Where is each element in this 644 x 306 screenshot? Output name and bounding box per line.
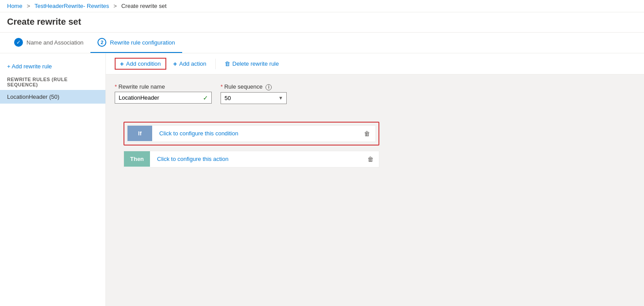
- rule-sequence-required-marker: *: [221, 83, 223, 90]
- rule-sequence-select[interactable]: 50: [221, 92, 287, 104]
- tab-rewrite-rule-config[interactable]: 2 Rewrite rule configuration: [90, 33, 182, 53]
- tabs-bar: ✓ Name and Association 2 Rewrite rule co…: [0, 33, 644, 53]
- action-row: Then Click to configure this action 🗑: [124, 151, 379, 168]
- action-delete-button[interactable]: 🗑: [362, 151, 379, 167]
- content-area: + Add condition + Add action 🗑 Delete re…: [106, 53, 644, 306]
- rule-name-check-icon: ✓: [203, 94, 208, 101]
- plus-icon-action: +: [173, 60, 177, 67]
- rule-name-field: * Rewrite rule name ✓: [115, 83, 212, 104]
- breadcrumb-rewrite[interactable]: TestHeaderRewrite- Rewrites: [34, 3, 109, 9]
- trash-icon-condition: 🗑: [364, 130, 370, 137]
- sidebar-rule-item[interactable]: LocationHeader (50): [0, 90, 105, 104]
- plus-icon: +: [120, 60, 124, 67]
- toolbar-separator: [215, 59, 216, 69]
- add-action-label: Add action: [179, 60, 206, 67]
- add-condition-button[interactable]: + Add condition: [115, 58, 166, 70]
- condition-row: If Click to configure this condition 🗑: [127, 125, 376, 142]
- action-configure-link[interactable]: Click to configure this action: [150, 151, 362, 167]
- breadcrumb-sep2: >: [113, 3, 117, 9]
- delete-rewrite-rule-button[interactable]: 🗑 Delete rewrite rule: [219, 58, 285, 69]
- tab-check-icon: ✓: [14, 38, 23, 47]
- sidebar: + Add rewrite rule REWRITE RULES (RULE S…: [0, 53, 106, 306]
- breadcrumb-home[interactable]: Home: [7, 3, 22, 9]
- add-rewrite-rule-button[interactable]: + Add rewrite rule: [0, 60, 105, 72]
- rule-name-label: * Rewrite rule name: [115, 83, 212, 90]
- sidebar-section-title: REWRITE RULES (RULE SEQUENCE): [0, 72, 105, 90]
- toolbar: + Add condition + Add action 🗑 Delete re…: [106, 53, 644, 75]
- condition-configure-link[interactable]: Click to configure this condition: [152, 126, 359, 141]
- rule-sequence-label-text: Rule sequence: [224, 83, 262, 90]
- rule-sequence-label: * Rule sequence i: [221, 83, 287, 90]
- then-badge: Then: [124, 151, 150, 167]
- tab-name-association[interactable]: ✓ Name and Association: [7, 33, 90, 53]
- tab-name-association-label: Name and Association: [26, 39, 83, 46]
- condition-area: If Click to configure this condition 🗑 T…: [106, 113, 644, 176]
- rule-name-required-marker: *: [115, 83, 117, 90]
- add-condition-label: Add condition: [126, 60, 161, 67]
- form-area: * Rewrite rule name ✓ * Rule sequence i: [106, 75, 644, 113]
- tab-circle-icon: 2: [97, 38, 106, 47]
- if-badge: If: [127, 126, 152, 141]
- rule-name-input-wrap: ✓: [115, 92, 212, 104]
- main-layout: + Add rewrite rule REWRITE RULES (RULE S…: [0, 53, 644, 306]
- rule-sequence-select-wrap: 50 ▼: [221, 92, 287, 104]
- breadcrumb: Home > TestHeaderRewrite- Rewrites > Cre…: [0, 0, 644, 12]
- trash-icon-toolbar: 🗑: [225, 60, 230, 67]
- tab-rewrite-rule-config-label: Rewrite rule configuration: [110, 39, 175, 46]
- rule-name-label-text: Rewrite rule name: [118, 83, 165, 90]
- condition-box-wrapper: If Click to configure this condition 🗑: [124, 122, 379, 146]
- condition-delete-button[interactable]: 🗑: [359, 126, 375, 142]
- form-row: * Rewrite rule name ✓ * Rule sequence i: [115, 83, 635, 104]
- breadcrumb-current: Create rewrite set: [121, 3, 167, 9]
- breadcrumb-sep1: >: [27, 3, 30, 9]
- trash-icon-action: 🗑: [367, 156, 374, 163]
- delete-rule-label: Delete rewrite rule: [232, 60, 279, 67]
- add-action-button[interactable]: + Add action: [168, 58, 212, 70]
- rule-sequence-field: * Rule sequence i 50 ▼: [221, 83, 287, 104]
- page-title: Create rewrite set: [0, 12, 644, 33]
- rule-sequence-info-icon[interactable]: i: [266, 84, 272, 90]
- rule-name-input[interactable]: [115, 92, 212, 104]
